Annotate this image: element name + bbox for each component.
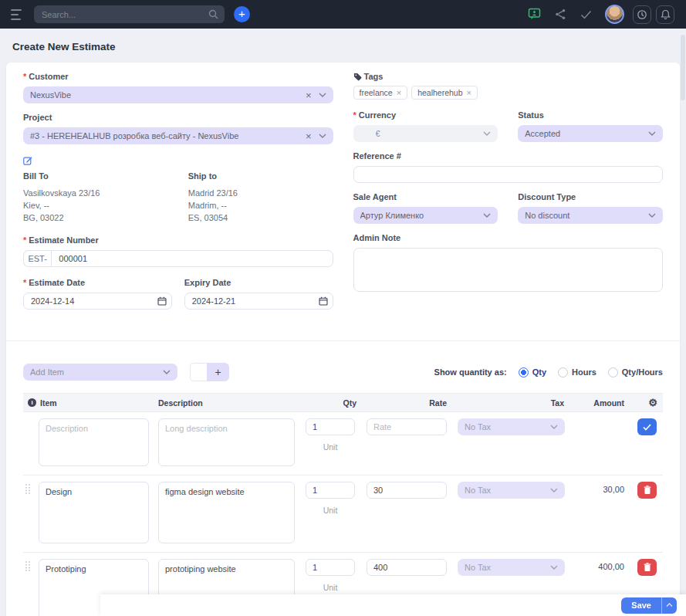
project-label: Project: [23, 113, 52, 122]
clock-icon[interactable]: [633, 5, 651, 24]
new-item-rate-input[interactable]: [367, 418, 447, 435]
expiry-date-label: Expiry Date: [184, 278, 231, 287]
delete-item-button[interactable]: [637, 559, 657, 576]
estimate-date-label: Estimate Date: [29, 278, 85, 287]
trash-icon: [644, 486, 651, 495]
customer-label: Customer: [29, 72, 68, 81]
bill-to-label: Bill To: [23, 171, 168, 181]
remove-tag-icon[interactable]: ×: [467, 89, 471, 97]
item-tax-select[interactable]: No Tax: [458, 482, 565, 499]
status-label: Status: [518, 110, 544, 120]
drag-handle-icon[interactable]: [25, 560, 31, 572]
currency-label: Currency: [359, 110, 396, 120]
chevron-down-icon: [483, 213, 491, 218]
search-input[interactable]: [34, 5, 225, 23]
trash-icon: [644, 563, 651, 572]
chevron-down-icon: [483, 131, 491, 136]
estimate-number-label: Estimate Number: [29, 235, 98, 245]
confirm-item-button[interactable]: [637, 418, 657, 435]
section-divider: [6, 340, 680, 341]
avatar[interactable]: [605, 5, 624, 24]
sale-agent-select[interactable]: Артур Клименко: [353, 207, 498, 224]
menu-icon[interactable]: [11, 9, 25, 20]
edit-billing-icon[interactable]: [23, 156, 32, 165]
unit-label: Unit: [306, 506, 355, 515]
sale-agent-label: Sale Agent: [353, 192, 397, 201]
reference-input[interactable]: [353, 166, 664, 183]
check-icon[interactable]: [580, 10, 592, 19]
add-item-extra-input[interactable]: [190, 363, 207, 381]
new-item-description-textarea[interactable]: [158, 418, 295, 466]
share-icon[interactable]: [555, 8, 566, 20]
ship-to-line: Madrid 23/16: [188, 187, 333, 199]
admin-note-textarea[interactable]: [353, 248, 664, 292]
calendar-icon[interactable]: [319, 296, 328, 306]
search-icon: [208, 9, 218, 19]
remove-tag-icon[interactable]: ×: [397, 89, 401, 97]
unit-label: Unit: [306, 583, 355, 592]
tag-icon: [353, 73, 362, 81]
save-split-button[interactable]: Save: [621, 597, 677, 614]
drag-handle-icon[interactable]: [25, 483, 31, 495]
plus-icon[interactable]: +: [234, 6, 250, 22]
show-quantity-as-label: Show quantity as:: [434, 367, 507, 377]
add-item-select[interactable]: Add Item: [23, 364, 177, 381]
item-tax-select[interactable]: No Tax: [458, 559, 565, 576]
reference-label: Reference #: [353, 151, 401, 161]
estimate-number-prefix: EST-: [23, 250, 51, 267]
unit-label: Unit: [306, 442, 355, 452]
bill-to-line: Kiev, --: [23, 199, 168, 212]
item-rate-input[interactable]: [367, 559, 447, 576]
item-row: Unit No Tax 30,00: [23, 476, 663, 553]
calendar-icon[interactable]: [157, 296, 167, 306]
bill-to-line: Vasilkovskaya 23/16: [23, 187, 168, 199]
chevron-down-icon: [550, 425, 558, 429]
delete-item-button[interactable]: [637, 482, 657, 499]
page-title: Create New Estimate: [12, 41, 674, 52]
save-button[interactable]: Save: [621, 597, 661, 614]
item-description-textarea[interactable]: [158, 482, 295, 543]
new-item-qty-input[interactable]: [306, 418, 355, 435]
scrollbar[interactable]: [681, 35, 685, 100]
chevron-up-icon: [666, 603, 673, 608]
bell-icon[interactable]: [656, 5, 674, 24]
ship-to-label: Ship to: [188, 171, 333, 181]
item-qty-input[interactable]: [306, 559, 355, 576]
customer-select[interactable]: NexusVibe ×: [23, 86, 333, 103]
new-item-tax-select[interactable]: No Tax: [458, 418, 565, 435]
support-chat-icon[interactable]: [528, 8, 541, 21]
estimate-form-card: *Customer NexusVibe × Project #3 - HEREH…: [6, 63, 680, 616]
project-select[interactable]: #3 - HEREHEALHUB розробка веб-сайту - Ne…: [23, 127, 333, 144]
chevron-down-icon: [319, 134, 326, 138]
chevron-down-icon: [163, 370, 171, 374]
ship-to-line: ES, 03054: [188, 212, 333, 224]
item-amount: 30,00: [569, 482, 629, 547]
new-item-name-textarea[interactable]: [39, 418, 149, 466]
table-settings-gear-icon[interactable]: ⚙: [648, 397, 657, 408]
radio-checked-icon: [519, 367, 529, 377]
item-rate-input[interactable]: [367, 482, 447, 499]
estimate-number-input[interactable]: [51, 250, 333, 267]
chevron-down-icon: [319, 93, 326, 97]
expiry-date-input[interactable]: [184, 293, 333, 310]
items-table-header: iItem Description Qty Rate Tax Amount ⚙: [23, 393, 663, 412]
clear-icon[interactable]: ×: [306, 90, 312, 100]
chevron-down-icon: [648, 131, 656, 136]
tags-input[interactable]: freelance× healherehub×: [353, 86, 664, 100]
items-table: iItem Description Qty Rate Tax Amount ⚙ …: [23, 393, 663, 616]
item-qty-input[interactable]: [306, 482, 355, 499]
qty-hours-radio[interactable]: Qty/Hours: [608, 367, 663, 377]
topbar: +: [0, 0, 686, 29]
discount-type-select[interactable]: No discount: [518, 207, 663, 224]
estimate-date-input[interactable]: [23, 293, 172, 310]
radio-icon: [558, 367, 568, 377]
bill-to-line: BG, 03022: [23, 212, 168, 224]
qty-radio[interactable]: Qty: [519, 367, 546, 377]
item-name-textarea[interactable]: [39, 482, 149, 543]
clear-icon[interactable]: ×: [306, 131, 312, 141]
add-item-button[interactable]: +: [207, 363, 229, 381]
tag-chip: freelance×: [353, 86, 408, 100]
hours-radio[interactable]: Hours: [558, 367, 596, 377]
status-select[interactable]: Accepted: [518, 125, 663, 142]
save-options-button[interactable]: [661, 597, 677, 614]
